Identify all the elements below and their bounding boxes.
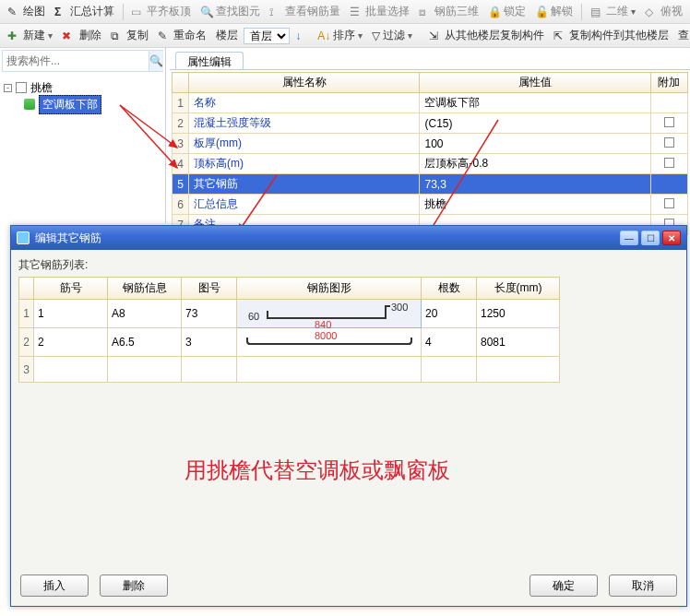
- tb-copy[interactable]: ⧉复制: [107, 26, 152, 45]
- insert-button[interactable]: 插入: [20, 575, 89, 597]
- tb-draw[interactable]: ✎绘图: [4, 2, 49, 21]
- edit-other-rebar-dialog: 编辑其它钢筋 — ☐ ✕ 其它钢筋列表: 筋号 钢筋信息 图号 钢筋图形 根数 …: [10, 225, 687, 607]
- unlock-icon: 🔓: [535, 6, 548, 18]
- rename-icon: ✎: [158, 30, 171, 42]
- tab-strip: 属性编辑: [170, 48, 690, 70]
- col-shape: 钢筋图形: [237, 278, 422, 300]
- tb-iso[interactable]: ◇俯视: [641, 2, 686, 21]
- doc-icon: [16, 82, 27, 93]
- tb-copy-from[interactable]: ⇲从其他楼层复制构件: [425, 26, 548, 45]
- dialog-body: 其它钢筋列表: 筋号 钢筋信息 图号 钢筋图形 根数 长度(mm) 1 1 A8…: [11, 250, 686, 606]
- prop-value[interactable]: 层顶标高-0.8: [420, 154, 650, 174]
- component-tree: - 挑檐 空调板下部: [0, 74, 165, 118]
- left-pane: 🔍 - 挑檐 空调板下部: [0, 48, 166, 223]
- tree-child-label: 空调板下部: [39, 95, 101, 114]
- prop-add-checkbox[interactable]: [650, 134, 687, 154]
- draw-icon: ✎: [7, 6, 20, 18]
- maximize-button[interactable]: ☐: [641, 231, 660, 245]
- rebar-grid: 筋号 钢筋信息 图号 钢筋图形 根数 长度(mm) 1 1 A8 73 60 3…: [18, 277, 560, 383]
- prop-add-checkbox[interactable]: [650, 113, 687, 134]
- prop-add-checkbox[interactable]: [650, 154, 687, 174]
- batch-icon: ☰: [350, 6, 363, 18]
- tb-unlock[interactable]: 🔓解锁: [531, 2, 577, 21]
- toolbar-row-1: ✎绘图 Σ 汇总计算 ▭平齐板顶 🔍查找图元 ⟟查看钢筋量 ☰批量选择 ⧈钢筋三…: [0, 0, 690, 24]
- rebar-row[interactable]: 3: [19, 357, 560, 383]
- tb-2d[interactable]: ▤二维▾: [587, 2, 639, 21]
- prop-row[interactable]: 6汇总信息挑檐: [172, 195, 688, 215]
- tb-more[interactable]: 查: [674, 26, 690, 45]
- prop-add-checkbox[interactable]: [650, 93, 687, 113]
- prop-name: 混凝土强度等级: [189, 113, 420, 134]
- col-prop-name: 属性名称: [189, 73, 420, 93]
- tb-find-el[interactable]: 🔍查找图元: [196, 2, 264, 21]
- prop-row[interactable]: 1名称空调板下部: [172, 93, 688, 113]
- shape-cell[interactable]: 60 300 840: [237, 300, 422, 328]
- col-prop-value: 属性值: [420, 73, 650, 93]
- tb-filter[interactable]: ▽过滤▾: [368, 26, 416, 45]
- dialog-icon: [17, 231, 30, 244]
- new-icon: ✚: [7, 30, 20, 42]
- floor-label: 楼层: [212, 26, 242, 45]
- minimize-button[interactable]: —: [620, 231, 638, 245]
- tb-sum[interactable]: Σ 汇总计算: [51, 2, 118, 21]
- rebar-list-label: 其它钢筋列表:: [18, 257, 679, 273]
- col-prop-add: 附加: [650, 73, 687, 93]
- tb-rename[interactable]: ✎重命名: [154, 26, 210, 45]
- prop-row[interactable]: 2混凝土强度等级(C15): [172, 113, 688, 134]
- tb-flat[interactable]: ▭平齐板顶: [127, 2, 195, 21]
- tree-child[interactable]: 空调板下部: [4, 96, 161, 113]
- tb-delete[interactable]: ✖ 删除: [58, 26, 105, 45]
- tab-attr-edit[interactable]: 属性编辑: [175, 52, 244, 69]
- copyfrom-icon: ⇲: [429, 30, 442, 42]
- tb-view-rebar[interactable]: ⟟查看钢筋量: [266, 2, 344, 21]
- rebar-icon: ⟟: [269, 6, 282, 18]
- cancel-button[interactable]: 取消: [609, 575, 677, 597]
- collapse-icon[interactable]: -: [4, 84, 12, 92]
- floor-select[interactable]: 首层: [244, 28, 290, 44]
- search-icon: 🔍: [149, 54, 163, 67]
- find-icon: 🔍: [200, 6, 213, 18]
- prop-name: 名称: [189, 93, 420, 113]
- lock-icon: 🔒: [488, 6, 501, 18]
- prop-value[interactable]: 73,3: [420, 174, 650, 195]
- tb-sort[interactable]: A↓排序▾: [314, 26, 366, 45]
- iso-icon: ◇: [645, 6, 658, 18]
- search-bar: 🔍: [2, 50, 163, 72]
- prop-add-checkbox[interactable]: [650, 174, 687, 195]
- rebar-row[interactable]: 1 1 A8 73 60 300 840 20 1250: [19, 300, 560, 328]
- search-input[interactable]: [3, 51, 149, 71]
- dialog-footer: 插入 删除 确定 取消: [20, 575, 677, 597]
- close-button[interactable]: ✕: [662, 231, 681, 245]
- tree-root-label: 挑檐: [30, 80, 53, 96]
- prop-value[interactable]: 100: [420, 134, 650, 154]
- prop-name: 汇总信息: [189, 195, 420, 215]
- toolbar-row-2: ✚新建▾ ✖ 删除 ⧉复制 ✎重命名 楼层 首层 ↓ A↓排序▾ ▽过滤▾ ⇲从…: [0, 24, 690, 48]
- tree-root[interactable]: - 挑檐: [4, 79, 161, 96]
- prop-value[interactable]: (C15): [420, 113, 650, 134]
- rebar-row[interactable]: 2 2 A6.5 3 8000 4 8081: [19, 328, 560, 357]
- col-info: 钢筋信息: [108, 278, 182, 300]
- tb-batch-sel[interactable]: ☰批量选择: [346, 2, 413, 21]
- dialog-title-text: 编辑其它钢筋: [35, 231, 101, 246]
- shape-cell[interactable]: 8000: [237, 328, 422, 357]
- right-pane: 属性编辑 属性名称 属性值 附加 1名称空调板下部2混凝土强度等级(C15)3板…: [170, 48, 690, 235]
- prop-name: 其它钢筋: [189, 174, 420, 195]
- tb-new[interactable]: ✚新建▾: [4, 26, 56, 45]
- tb-rebar-3d[interactable]: ⧈钢筋三维: [415, 2, 482, 21]
- prop-row[interactable]: 4顶标高(m)层顶标高-0.8: [172, 154, 688, 174]
- prop-name: 顶标高(m): [189, 154, 420, 174]
- prop-add-checkbox[interactable]: [650, 195, 687, 215]
- ok-button[interactable]: 确定: [529, 575, 598, 597]
- delete-button[interactable]: 删除: [100, 575, 168, 597]
- col-count: 根数: [422, 278, 477, 300]
- tb-lock[interactable]: 🔒锁定: [484, 2, 529, 21]
- prop-name: 板厚(mm): [189, 134, 420, 154]
- tb-copy-to[interactable]: ⇱复制构件到其他楼层: [550, 26, 672, 45]
- search-button[interactable]: 🔍: [149, 51, 163, 71]
- prop-value[interactable]: 空调板下部: [420, 93, 650, 113]
- tb-sort-dd[interactable]: ↓: [291, 28, 304, 44]
- prop-row[interactable]: 3板厚(mm)100: [172, 134, 688, 154]
- prop-row[interactable]: 5其它钢筋73,3: [172, 174, 688, 195]
- prop-value[interactable]: 挑檐: [420, 195, 650, 215]
- annotation-note: 用挑檐代替空调板或飘窗板: [184, 456, 450, 485]
